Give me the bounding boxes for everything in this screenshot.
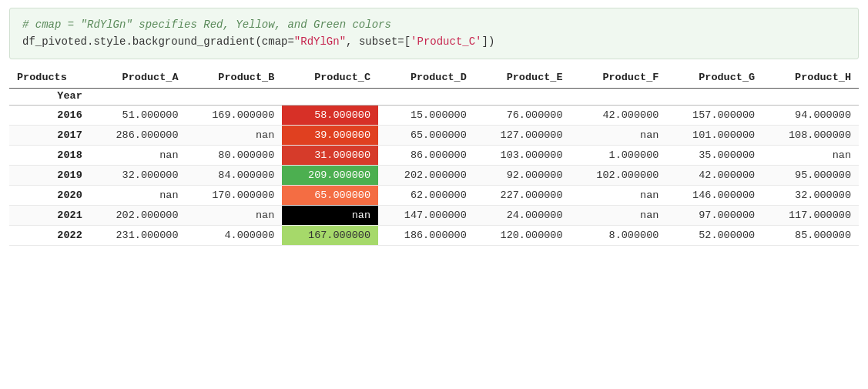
code-cmap-value: "RdYlGn" [294,35,346,48]
table-header-row: Products Product_A Product_B Product_C P… [9,67,859,89]
col-header-h: Product_H [762,67,859,89]
data-cell: 32.000000 [90,165,186,185]
year-cell: 2019 [9,165,90,185]
data-cell: 42.000000 [571,105,667,125]
code-line2-comma: , subset=[ [346,35,411,48]
data-cell: 76.000000 [474,105,571,125]
data-cell: 62.000000 [378,185,474,205]
table-row: 2022231.0000004.000000167.000000186.0000… [9,225,859,245]
code-line2-pre: df_pivoted.style.background_gradient(cma… [22,35,294,48]
code-block: # cmap = "RdYlGn" specifies Red, Yellow,… [9,8,859,59]
data-cell: 86.000000 [378,145,474,165]
data-cell: 1.000000 [571,145,667,165]
subheader-year: Year [9,88,90,105]
table-subheader-row: Year [9,88,859,105]
data-cell: 146.000000 [666,185,762,205]
data-cell: 127.000000 [474,125,571,145]
data-cell: 169.000000 [186,105,283,125]
data-cell: 101.000000 [666,125,762,145]
data-cell: 286.000000 [90,125,186,145]
data-cell: 8.000000 [571,225,667,245]
year-cell: 2020 [9,185,90,205]
col-header-products: Products [9,67,90,89]
year-cell: 2021 [9,205,90,225]
data-cell: 120.000000 [474,225,571,245]
data-table: Products Product_A Product_B Product_C P… [9,67,859,246]
table-row: 2017286.000000nan39.00000065.000000127.0… [9,125,859,145]
data-cell: 231.000000 [90,225,186,245]
year-cell: 2017 [9,125,90,145]
data-cell: 65.000000 [282,185,378,205]
col-header-g: Product_G [666,67,762,89]
data-cell: nan [186,125,283,145]
data-cell: 58.000000 [282,105,378,125]
data-cell: nan [571,125,667,145]
data-cell: nan [90,145,186,165]
col-header-f: Product_F [571,67,667,89]
col-header-a: Product_A [90,67,186,89]
table-row: 201651.000000169.00000058.00000015.00000… [9,105,859,125]
data-cell: 102.000000 [571,165,667,185]
data-cell: 186.000000 [378,225,474,245]
data-cell: 39.000000 [282,125,378,145]
data-cell: 52.000000 [666,225,762,245]
col-header-e: Product_E [474,67,571,89]
data-cell: 202.000000 [90,205,186,225]
data-cell: 157.000000 [666,105,762,125]
data-cell: nan [282,205,378,225]
data-cell: 108.000000 [762,125,859,145]
table-row: 2021202.000000nannan147.00000024.000000n… [9,205,859,225]
data-cell: nan [186,205,283,225]
data-cell: 103.000000 [474,145,571,165]
data-cell: 32.000000 [762,185,859,205]
data-cell: nan [90,185,186,205]
code-line2-end: ]) [482,35,495,48]
data-cell: 65.000000 [378,125,474,145]
data-cell: 227.000000 [474,185,571,205]
col-header-c: Product_C [282,67,378,89]
code-subset-value: 'Product_C' [411,35,481,48]
data-cell: 84.000000 [186,165,283,185]
data-cell: 15.000000 [378,105,474,125]
data-cell: 170.000000 [186,185,283,205]
data-cell: 92.000000 [474,165,571,185]
data-cell: 209.000000 [282,165,378,185]
table-row: 2018nan80.00000031.00000086.000000103.00… [9,145,859,165]
table-container: Products Product_A Product_B Product_C P… [0,67,868,246]
data-cell: 35.000000 [666,145,762,165]
data-cell: 85.000000 [762,225,859,245]
col-header-d: Product_D [378,67,474,89]
data-cell: 51.000000 [90,105,186,125]
data-cell: 97.000000 [666,205,762,225]
data-cell: 95.000000 [762,165,859,185]
code-comment-line: # cmap = "RdYlGn" specifies Red, Yellow,… [22,18,391,31]
data-cell: nan [762,145,859,165]
data-cell: 202.000000 [378,165,474,185]
year-cell: 2022 [9,225,90,245]
data-cell: 117.000000 [762,205,859,225]
data-cell: 167.000000 [282,225,378,245]
year-cell: 2016 [9,105,90,125]
data-cell: nan [571,205,667,225]
data-cell: 24.000000 [474,205,571,225]
data-cell: nan [571,185,667,205]
data-cell: 4.000000 [186,225,283,245]
data-cell: 42.000000 [666,165,762,185]
table-row: 201932.00000084.000000209.000000202.0000… [9,165,859,185]
data-cell: 147.000000 [378,205,474,225]
data-cell: 80.000000 [186,145,283,165]
data-cell: 94.000000 [762,105,859,125]
table-row: 2020nan170.00000065.00000062.000000227.0… [9,185,859,205]
col-header-b: Product_B [186,67,283,89]
year-cell: 2018 [9,145,90,165]
data-cell: 31.000000 [282,145,378,165]
